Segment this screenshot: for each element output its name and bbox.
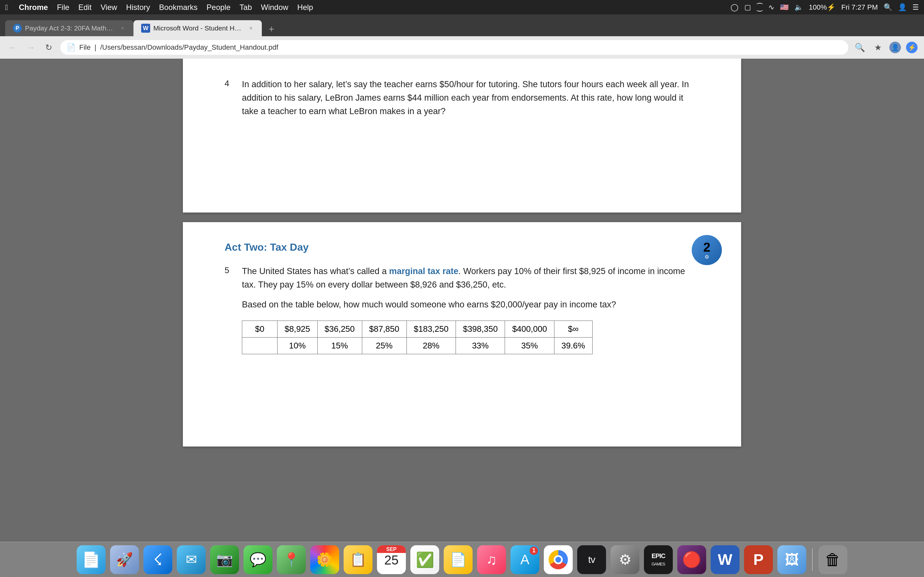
menu-bar-clock: Fri 7:27 PM <box>841 3 878 11</box>
menu-bar-wifi[interactable]: ∿ <box>768 3 774 11</box>
menu-bar-volume[interactable]: 🔈 <box>795 3 803 11</box>
dock-preview[interactable]: 🖼 <box>777 545 806 574</box>
tax-rate-row: 10% 15% 25% 28% 33% 35% 39.6% <box>242 337 593 354</box>
tax-header-4: $183,250 <box>407 321 456 337</box>
pdf-page-1: 4 In addition to her salary, let’s say t… <box>183 59 741 213</box>
question-text-4: In addition to her salary, let’s say the… <box>242 78 699 118</box>
dock-epic[interactable]: EPICGAMES <box>644 545 673 574</box>
chrome-icon-core <box>556 557 561 562</box>
dock: 📄 🚀 ☇ ✉ 📷 💬 📍 🌼 📋 SEP 25 ✅ 📄 ♫ <box>0 542 924 577</box>
menu-bar-bluetooth[interactable]: ⁐ <box>757 3 762 11</box>
menu-bar-profile[interactable]: 👤 <box>898 3 907 11</box>
dock-appstore[interactable]: A 1 <box>510 545 540 574</box>
tab-close-payday[interactable]: × <box>120 25 126 31</box>
menu-help[interactable]: Help <box>297 3 313 12</box>
profile-button[interactable]: 👤 <box>889 42 901 53</box>
dock-sysprefs[interactable]: ⚙ <box>611 545 640 574</box>
menu-bar-right: ◯ ▢ ⁐ ∿ 🇺🇸 🔈 100%⚡ Fri 7:27 PM 🔍 👤 ☰ <box>730 3 919 11</box>
menu-bar-flag[interactable]: 🇺🇸 <box>780 3 788 11</box>
calendar-month: SEP <box>377 545 406 553</box>
dock-calendar[interactable]: SEP 25 <box>377 545 406 574</box>
question-5-text: The United States has what’s called a ma… <box>242 265 699 292</box>
dock-notes[interactable]: 📄 <box>444 545 473 574</box>
dock-launchpad[interactable]: 🚀 <box>110 545 139 574</box>
tab-favicon-payday: P <box>13 24 22 33</box>
menu-edit[interactable]: Edit <box>78 3 91 12</box>
dock-safari[interactable]: ☇ <box>144 545 172 574</box>
dock-separator <box>812 548 813 571</box>
dock-itunes[interactable]: ♫ <box>477 545 506 574</box>
browser-content: 4 In addition to her salary, let’s say t… <box>0 59 924 542</box>
menu-bar-search[interactable]: 🔍 <box>884 3 892 11</box>
act2-logo-inner: 2 ⚙ <box>703 240 710 260</box>
menu-bookmarks[interactable]: Bookmarks <box>159 3 198 12</box>
menu-bar-battery: 100%⚡ <box>809 3 835 11</box>
question-intro: The United States has what’s called a <box>242 266 389 276</box>
reload-button[interactable]: ↻ <box>42 41 55 54</box>
pdf-page-2: 2 ⚙ Act Two: Tax Day 5 The United States… <box>183 222 741 446</box>
menu-bar-control[interactable]: ☰ <box>913 3 919 11</box>
act2-logo: 2 ⚙ <box>692 235 722 265</box>
dock-reminders[interactable]: ✅ <box>410 545 439 574</box>
dock-maps[interactable]: 📍 <box>277 545 306 574</box>
address-input[interactable]: 📄 File | /Users/bessan/Downloads/Payday_… <box>60 40 848 55</box>
new-tab-button[interactable]: + <box>264 22 278 36</box>
tab-favicon-word: W <box>141 24 150 33</box>
dock-mail[interactable]: ✉ <box>177 545 206 574</box>
back-button[interactable]: ← <box>6 41 19 54</box>
tab-close-word[interactable]: × <box>248 25 254 31</box>
marginal-tax-rate-link[interactable]: marginal tax rate <box>389 266 459 276</box>
menu-tab[interactable]: Tab <box>240 3 252 12</box>
dock-facetime[interactable]: 📷 <box>210 545 239 574</box>
menu-file[interactable]: File <box>57 3 69 12</box>
tab-title-payday: Payday Act 2-3: 20FA Mathem... <box>25 24 116 32</box>
tax-header-row: $0 $8,925 $36,250 $87,850 $183,250 $398,… <box>242 321 593 337</box>
tax-header-6: $400,000 <box>505 321 554 337</box>
act-title: Act Two: Tax Day <box>225 242 699 253</box>
chrome-icon-inner <box>554 555 563 564</box>
tax-rate-5: 35% <box>505 337 554 354</box>
tax-header-2: $36,250 <box>317 321 362 337</box>
tax-header-0: $0 <box>242 321 278 337</box>
dock-slack[interactable]: 🔴 <box>677 545 706 574</box>
dock-stickies[interactable]: 📋 <box>344 545 373 574</box>
menu-view[interactable]: View <box>100 3 117 12</box>
tab-payday[interactable]: P Payday Act 2-3: 20FA Mathem... × <box>5 20 134 36</box>
address-separator: | <box>94 43 96 52</box>
dock-finder[interactable]: 📄 <box>77 545 105 574</box>
tab-word[interactable]: W Microsoft Word - Student Han... × <box>134 20 262 36</box>
dock-photos[interactable]: 🌼 <box>310 545 339 574</box>
tax-header-3: $87,850 <box>362 321 407 337</box>
calendar-day: 25 <box>384 553 399 567</box>
appstore-badge: 1 <box>530 546 538 555</box>
question-4: 4 In addition to her salary, let’s say t… <box>225 78 699 118</box>
dock-trash[interactable]: 🗑 <box>819 545 847 574</box>
menu-bar-siri[interactable]: ◯ <box>730 3 738 11</box>
menu-bar-left:  Chrome File Edit View History Bookmark… <box>5 3 313 12</box>
menu-bar:  Chrome File Edit View History Bookmark… <box>0 0 924 15</box>
menu-history[interactable]: History <box>126 3 150 12</box>
tax-rate-4: 33% <box>456 337 505 354</box>
dock-chrome[interactable] <box>544 545 573 574</box>
dock-ppt[interactable]: P <box>744 545 773 574</box>
table-question: Based on the table below, how much would… <box>242 298 699 311</box>
tab-title-word: Microsoft Word - Student Han... <box>153 24 244 32</box>
menu-bar-screen[interactable]: ▢ <box>744 3 751 11</box>
question-5-row: 5 The United States has what’s called a … <box>225 265 699 354</box>
dock-word[interactable]: W <box>711 545 740 574</box>
bookmark-button[interactable]: ★ <box>871 41 884 54</box>
address-bar-right: 🔍 ★ 👤 ⚡ <box>853 41 918 54</box>
menu-people[interactable]: People <box>207 3 231 12</box>
tax-rate-2: 25% <box>362 337 407 354</box>
tax-rate-1: 15% <box>317 337 362 354</box>
dock-messages[interactable]: 💬 <box>244 545 272 574</box>
dock-appletv[interactable]: tv <box>577 545 606 574</box>
zoom-button[interactable]: 🔍 <box>853 41 866 54</box>
act2-number: 2 <box>703 240 710 254</box>
menu-chrome[interactable]: Chrome <box>19 3 48 12</box>
extension-button[interactable]: ⚡ <box>906 42 918 53</box>
menu-window[interactable]: Window <box>261 3 288 12</box>
forward-button[interactable]: → <box>24 41 37 54</box>
apple-menu[interactable]:  <box>5 3 8 12</box>
tax-rate-empty <box>242 337 278 354</box>
